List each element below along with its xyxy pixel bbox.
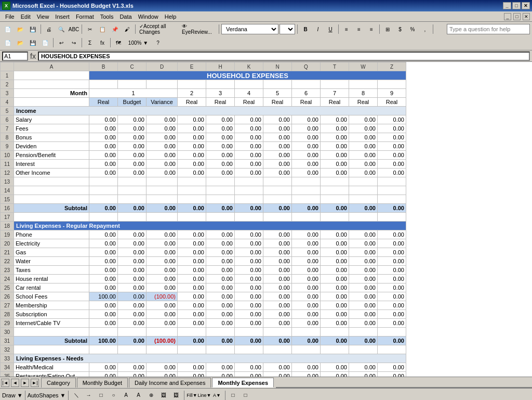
v-salary-n[interactable]: 0.00: [263, 115, 292, 124]
autoshapes-label[interactable]: AutoShapes ▼: [28, 392, 66, 398]
label-other-income[interactable]: Other Income: [14, 169, 89, 177]
italic-button[interactable]: I: [312, 24, 324, 34]
col-header-B[interactable]: B: [89, 62, 118, 71]
label-internet[interactable]: Internet/Cable TV: [14, 319, 89, 328]
tab-monthly-expenses[interactable]: Monthly Expenses: [212, 378, 274, 388]
col-header-Z[interactable]: Z: [378, 62, 406, 71]
draw-diagram[interactable]: ⊕: [145, 390, 157, 401]
format-painter-button[interactable]: 🖌: [122, 24, 133, 34]
draw-clipart[interactable]: 🖼: [158, 390, 169, 401]
v-salary-e[interactable]: 0.00: [178, 115, 206, 124]
paste-button[interactable]: 📌: [109, 24, 121, 34]
v-salary-d[interactable]: 0.00: [147, 115, 178, 124]
label-fees[interactable]: Fees: [14, 124, 89, 133]
cell-A4[interactable]: [14, 98, 89, 107]
v-salary-w[interactable]: 0.00: [349, 115, 378, 124]
merge-button[interactable]: ⊞: [382, 24, 393, 34]
cell-E2[interactable]: [178, 80, 206, 89]
title-bar-controls[interactable]: _ □ ✕: [503, 2, 530, 9]
grid-scroll[interactable]: A B C D E H K N Q T W Z 1 HOUSEHOLD EXPE…: [0, 62, 532, 377]
label-bonus[interactable]: Bonus: [14, 133, 89, 142]
spell-button[interactable]: ABC: [68, 24, 79, 34]
draw-textbox[interactable]: A: [121, 390, 132, 401]
tb2-btn3[interactable]: 💾: [27, 37, 38, 48]
tb2-btn6[interactable]: ↪: [68, 37, 79, 48]
cell-A1[interactable]: [14, 71, 89, 80]
minimize-button[interactable]: _: [503, 2, 511, 9]
v-salary-t[interactable]: 0.00: [321, 115, 349, 124]
tab-nav-first[interactable]: |◄: [1, 379, 9, 387]
cell-K2[interactable]: [235, 80, 263, 89]
v-school-c[interactable]: 0.00: [118, 292, 147, 301]
label-deviden[interactable]: Deviden: [14, 142, 89, 151]
v-salary-b[interactable]: 0.00: [89, 115, 118, 124]
maximize-button[interactable]: □: [512, 2, 521, 9]
cell-N2[interactable]: [263, 80, 292, 89]
label-school-fees[interactable]: School Fees: [14, 292, 89, 301]
v-salary-h[interactable]: 0.00: [206, 115, 235, 124]
cell-Z2[interactable]: [378, 80, 406, 89]
tb2-btn7[interactable]: Σ: [84, 37, 96, 48]
v-school-d[interactable]: (100.00): [147, 292, 178, 301]
underline-button[interactable]: U: [325, 24, 336, 34]
draw-fontcolor[interactable]: A▼: [211, 390, 223, 401]
open-button[interactable]: 📂: [15, 24, 26, 34]
label-house-rental[interactable]: House rental: [14, 275, 89, 283]
label-health[interactable]: Health/Medical: [14, 363, 89, 372]
v-school-b[interactable]: 100.00: [89, 292, 118, 301]
draw-linecolor[interactable]: Line▼: [199, 390, 210, 401]
col-header-T[interactable]: T: [321, 62, 349, 71]
cell-reference-box[interactable]: A1: [2, 51, 28, 61]
cut-button[interactable]: ✂: [84, 24, 96, 34]
close-button[interactable]: ✕: [522, 2, 530, 9]
draw-wordart[interactable]: A: [133, 390, 144, 401]
copy-button[interactable]: 📋: [97, 24, 108, 34]
col-header-C[interactable]: C: [118, 62, 147, 71]
tab-nav-next[interactable]: ►: [21, 379, 29, 387]
track-changes-button[interactable]: ✓Accept all Changes: [138, 24, 179, 34]
print-button[interactable]: 🖨: [43, 24, 55, 34]
label-taxes[interactable]: Taxes: [14, 266, 89, 275]
tab-monthly-budget[interactable]: Monthly Budget: [77, 378, 128, 388]
draw-fillcolor[interactable]: Fill▼: [187, 390, 198, 401]
zoom-selector[interactable]: 100% ▼: [125, 37, 151, 48]
v-salary-z[interactable]: 0.00: [378, 115, 406, 124]
cell-W2[interactable]: [349, 80, 378, 89]
col-header-E[interactable]: E: [178, 62, 206, 71]
col-header-Q[interactable]: Q: [292, 62, 321, 71]
draw-line[interactable]: ＼: [71, 390, 82, 401]
app-close-button[interactable]: ✕: [523, 13, 530, 20]
draw-rect[interactable]: □: [96, 390, 107, 401]
label-car-rental[interactable]: Car rental: [14, 283, 89, 292]
align-right-button[interactable]: ≡: [366, 24, 377, 34]
label-gas[interactable]: Gas: [14, 248, 89, 257]
menu-edit[interactable]: Edit: [18, 12, 34, 21]
cell-D2[interactable]: [147, 80, 178, 89]
tab-daily-income[interactable]: Daily Income and Expenses: [129, 378, 211, 388]
draw-shadow[interactable]: □: [228, 390, 239, 401]
help-input[interactable]: [447, 24, 530, 34]
tb2-btn2[interactable]: 📂: [15, 37, 26, 48]
eye-review-button[interactable]: 👁 EyeReview...: [180, 24, 217, 34]
tab-nav-last[interactable]: ►|: [31, 379, 39, 387]
label-electricity[interactable]: Electricity: [14, 239, 89, 248]
tb2-btn1[interactable]: 📄: [2, 37, 14, 48]
label-salary[interactable]: Salary: [14, 115, 89, 124]
col-header-K[interactable]: K: [235, 62, 263, 71]
col-header-D[interactable]: D: [147, 62, 178, 71]
menu-format[interactable]: Format: [73, 12, 97, 21]
tb2-help[interactable]: ?: [152, 37, 164, 48]
tb2-btn5[interactable]: ↩: [56, 37, 67, 48]
col-header-N[interactable]: N: [263, 62, 292, 71]
percent-button[interactable]: %: [407, 24, 418, 34]
v-salary-k[interactable]: 0.00: [235, 115, 263, 124]
tab-category[interactable]: Category: [41, 378, 76, 388]
draw-3d[interactable]: □: [240, 390, 251, 401]
font-size-selector[interactable]: 12: [280, 24, 295, 34]
label-pension[interactable]: Pension/Benefit: [14, 151, 89, 160]
menu-view[interactable]: View: [34, 12, 52, 21]
draw-oval[interactable]: ○: [108, 390, 119, 401]
v-salary-q[interactable]: 0.00: [292, 115, 321, 124]
currency-button[interactable]: $: [394, 24, 406, 34]
save-button[interactable]: 💾: [27, 24, 38, 34]
